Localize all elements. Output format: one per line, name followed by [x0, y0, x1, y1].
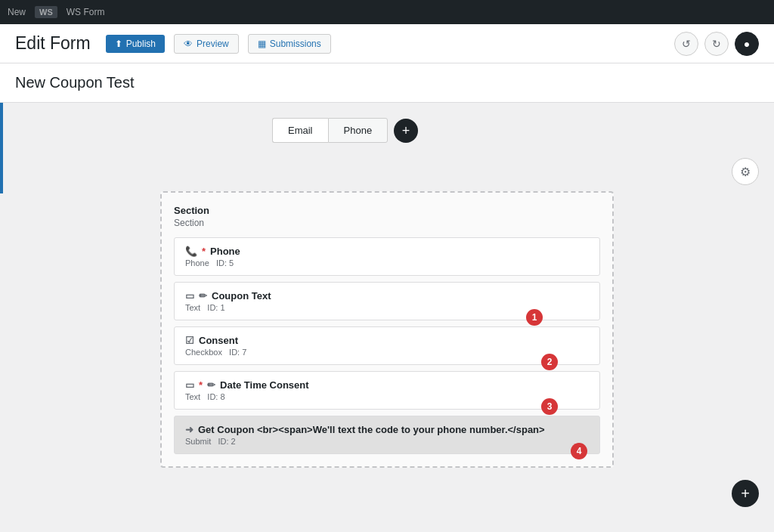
avatar-icon: ●: [744, 38, 750, 50]
field-submit[interactable]: ➜ Get Coupon <br><span>We'll text the co…: [174, 416, 600, 454]
field-datetime-main: ▭ * ✏ Date Time Consent: [185, 379, 589, 391]
avatar-button[interactable]: ●: [735, 32, 759, 56]
table-icon: ▦: [258, 39, 266, 49]
field-consent[interactable]: ☑ Consent Checkbox ID: 7 2: [174, 326, 600, 365]
checkbox-icon: ☑: [185, 335, 194, 346]
eye-icon: 👁: [184, 39, 193, 49]
builder-area: Email Phone + ⚙ Section Section 📞 *: [0, 103, 774, 522]
badge-1: 1: [526, 309, 543, 326]
edit-icon: ✏: [199, 290, 207, 302]
section-container: Section Section 📞 * Phone Phone ID: 5 ▭ …: [160, 191, 614, 468]
ws-label: WS: [35, 6, 57, 18]
badge-4: 4: [571, 443, 587, 459]
field-phone-sub: Phone ID: 5: [185, 258, 589, 268]
page-wrap: Edit Form ⬆ Publish 👁 Preview ▦ Submissi…: [0, 24, 774, 532]
submissions-button[interactable]: ▦ Submissions: [248, 34, 331, 54]
required-star-2: *: [199, 379, 203, 391]
publish-label: Publish: [126, 39, 156, 49]
section-sublabel: Section: [174, 218, 600, 228]
tab-add-icon: +: [402, 124, 410, 138]
field-datetime[interactable]: ▭ * ✏ Date Time Consent Text ID: 8 3: [174, 371, 600, 410]
field-submit-sub: Submit ID: 2: [185, 437, 589, 446]
admin-bar: New WS WS Form: [0, 0, 774, 24]
ws-form-label: WS Form: [67, 7, 105, 17]
preview-button[interactable]: 👁 Preview: [174, 34, 239, 54]
submit-icon: ➜: [185, 424, 194, 435]
tab-phone[interactable]: Phone: [328, 118, 389, 143]
bottom-add-row: +: [15, 480, 759, 507]
text-icon: ▭: [185, 290, 194, 302]
tab-add-button[interactable]: +: [394, 119, 418, 143]
field-consent-name: Consent: [199, 335, 238, 346]
field-coupon-text[interactable]: ▭ ✏ Coupon Text Text ID: 1 1: [174, 282, 600, 320]
tabs-row: Email Phone +: [15, 118, 759, 143]
tab-email-label: Email: [288, 125, 313, 136]
bottom-add-button[interactable]: +: [732, 480, 759, 507]
tab-email[interactable]: Email: [272, 118, 328, 143]
preview-label: Preview: [197, 39, 229, 49]
required-star: *: [202, 246, 206, 257]
field-submit-main: ➜ Get Coupon <br><span>We'll text the co…: [185, 424, 589, 435]
field-datetime-name: Date Time Consent: [220, 379, 309, 391]
field-coupon-name: Coupon Text: [212, 290, 271, 302]
field-phone-main: 📞 * Phone: [185, 246, 589, 257]
undo-button[interactable]: ↺: [674, 32, 698, 56]
gear-row: ⚙: [15, 158, 759, 185]
left-accent: [0, 103, 3, 193]
page-title: Edit Form: [15, 33, 91, 54]
field-datetime-sub: Text ID: 8: [185, 392, 589, 401]
field-phone[interactable]: 📞 * Phone Phone ID: 5: [174, 237, 600, 276]
edit2-icon: ✏: [207, 379, 215, 391]
submissions-label: Submissions: [270, 39, 321, 49]
phone-icon: 📞: [185, 246, 197, 257]
undo-icon: ↺: [682, 38, 691, 50]
section-label: Section: [174, 205, 600, 216]
gear-button[interactable]: ⚙: [732, 158, 759, 185]
field-consent-main: ☑ Consent: [185, 335, 589, 346]
form-name-input[interactable]: [15, 74, 759, 91]
new-label: New: [8, 7, 26, 17]
field-consent-sub: Checkbox ID: 7: [185, 348, 589, 357]
field-phone-name: Phone: [210, 246, 240, 257]
field-submit-name: Get Coupon <br><span>We'll text the code…: [198, 424, 545, 435]
publish-icon: ⬆: [115, 39, 122, 49]
redo-icon: ↻: [712, 38, 721, 50]
text2-icon: ▭: [185, 379, 194, 391]
badge-2: 2: [541, 354, 558, 370]
publish-button[interactable]: ⬆ Publish: [106, 35, 165, 53]
form-name-bar: [0, 63, 774, 103]
field-coupon-main: ▭ ✏ Coupon Text: [185, 290, 589, 302]
bottom-add-icon: +: [741, 485, 750, 503]
redo-button[interactable]: ↻: [704, 32, 729, 56]
gear-icon: ⚙: [740, 165, 751, 179]
badge-3: 3: [541, 398, 558, 415]
tab-phone-label: Phone: [344, 125, 373, 136]
header-right-icons: ↺ ↻ ●: [674, 32, 759, 56]
admin-new-item[interactable]: New: [8, 7, 26, 17]
edit-form-header: Edit Form ⬆ Publish 👁 Preview ▦ Submissi…: [0, 24, 774, 63]
